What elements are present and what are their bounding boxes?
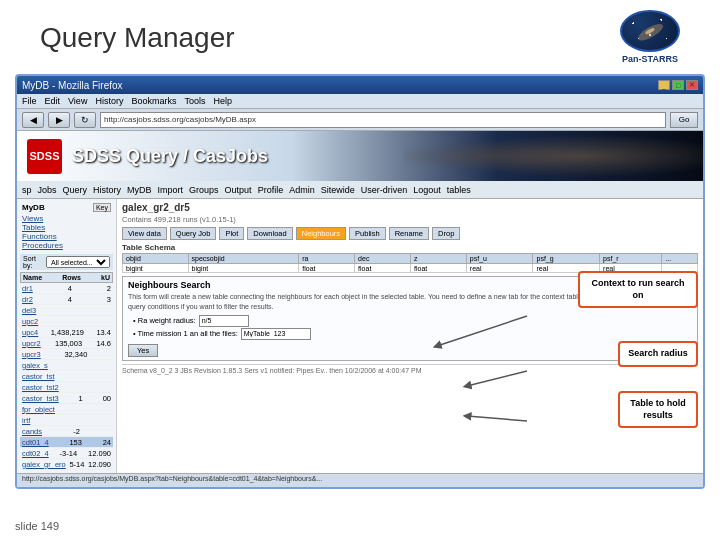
table-row[interactable]: galex_s [20,360,113,371]
submit-button[interactable]: Yes [128,344,158,357]
sdss-main-content: galex_gr2_dr5 Contains 499,218 runs (v1.… [117,199,703,487]
schema-cell: float [355,264,411,273]
table-row[interactable]: galex_gr_ero5-1412.090 [20,459,113,470]
publish-button[interactable]: Publish [349,227,386,240]
col-more: ... [662,254,698,264]
sdss-header: SDSS SDSS Query / CasJobs [17,131,703,181]
slide-header: Query Manager Pan-STARRS [0,0,720,70]
sidebar-mydb-label: MyDB [22,203,45,212]
menu-tools[interactable]: Tools [184,96,205,106]
table-row[interactable]: castor_tst2 [20,382,113,393]
sidebar-functions[interactable]: Functions [22,232,111,241]
view-data-button[interactable]: View data [122,227,167,240]
table-row-selected[interactable]: cdt01_415324 [20,437,113,448]
nav-mydb[interactable]: MyDB [127,185,152,195]
table-row[interactable]: del3 [20,305,113,316]
table-row[interactable]: upcr332,340 [20,349,113,360]
search-radius-callout: Search radius [618,341,698,367]
menu-edit[interactable]: Edit [45,96,61,106]
browser-window: MyDB - Mozilla Firefox _ □ ✕ File Edit V… [15,74,705,489]
browser-footer: http://casjobs.sdss.org/casjobs/MyDB.asp… [17,473,703,487]
back-button[interactable]: ◀ [22,112,44,128]
table-row[interactable]: cdt02_4-3-1412.090 [20,448,113,459]
nav-admin[interactable]: Admin [289,185,315,195]
browser-controls: _ □ ✕ [658,80,698,90]
schema-title: Table Schema [122,243,698,252]
neighbours-button[interactable]: Neighbours [296,227,346,240]
slide-number: slide 149 [15,520,59,532]
col-ra: ra [299,254,355,264]
close-button[interactable]: ✕ [686,80,698,90]
reload-button[interactable]: ↻ [74,112,96,128]
table-row[interactable]: dr243 [20,294,113,305]
browser-title: MyDB - Mozilla Firefox [22,80,123,91]
table-row[interactable]: cands-2 [20,426,113,437]
nav-profile[interactable]: Profile [258,185,284,195]
schema-footer: Schema v8_0_2 3 JBs Revision 1.85.3 Sers… [122,364,698,374]
maximize-button[interactable]: □ [672,80,684,90]
browser-toolbar: ◀ ▶ ↻ Go [17,109,703,131]
nav-tables[interactable]: tables [447,185,471,195]
col-psf-r: psf_r [600,254,662,264]
table-results-callout: Table to hold results [618,391,698,428]
nav-query[interactable]: Query [63,185,88,195]
menu-history[interactable]: History [95,96,123,106]
nav-groups[interactable]: Groups [189,185,219,195]
sdss-nav: sp Jobs Query History MyDB Import Groups… [17,181,703,199]
query-job-button[interactable]: Query Job [170,227,217,240]
nav-output[interactable]: Output [225,185,252,195]
sidebar-views[interactable]: Views [22,214,111,223]
forward-button[interactable]: ▶ [48,112,70,128]
col-psf-u: psf_u [466,254,533,264]
sdss-sidebar: MyDB Key Views Tables Functions Procedur… [17,199,117,487]
sidebar-procedures[interactable]: Procedures [22,241,111,250]
table-row[interactable]: upc41,438,21913.4 [20,327,113,338]
drop-button[interactable]: Drop [432,227,460,240]
download-button[interactable]: Download [247,227,292,240]
nav-logout[interactable]: Logout [413,185,441,195]
table-row[interactable]: castor_tst [20,371,113,382]
table-row[interactable]: castor_tst3100 [20,393,113,404]
menu-bookmarks[interactable]: Bookmarks [131,96,176,106]
nav-sp[interactable]: sp [22,185,32,195]
col-specobjid: specsobjid [188,254,299,264]
sdss-content: SDSS SDSS Query / CasJobs sp Jobs Query … [17,131,703,487]
plot-button[interactable]: Plot [219,227,244,240]
table-row[interactable]: upc2 [20,316,113,327]
browser-menubar: File Edit View History Bookmarks Tools H… [17,94,703,109]
menu-view[interactable]: View [68,96,87,106]
schema-cell: real [466,264,533,273]
url-bar[interactable] [100,112,666,128]
sidebar-tables[interactable]: Tables [22,223,111,232]
nav-history[interactable]: History [93,185,121,195]
table-row[interactable]: fpr_object [20,404,113,415]
sort-label: Sort by: [23,255,44,269]
galaxy-background [403,131,703,181]
col-ku: kU [101,274,110,281]
radius-input[interactable] [199,315,249,327]
schema-cell: float [410,264,466,273]
table-name-input[interactable] [241,328,311,340]
menu-file[interactable]: File [22,96,37,106]
schema-cell: float [299,264,355,273]
table-row[interactable]: irtf [20,415,113,426]
sort-bar: Sort by: All selected... [20,254,113,270]
radius-row: • Ra weight radius: [133,315,692,327]
rename-button[interactable]: Rename [389,227,429,240]
minimize-button[interactable]: _ [658,80,670,90]
menu-help[interactable]: Help [213,96,232,106]
db-name: galex_gr2_dr5 [122,202,698,213]
table-label: • Time mission 1 an all the files: [133,329,238,338]
go-button[interactable]: Go [670,112,698,128]
table-row[interactable]: upcr2135,00314.6 [20,338,113,349]
col-z: z [410,254,466,264]
sort-select[interactable]: All selected... [46,256,110,268]
nav-jobs[interactable]: Jobs [38,185,57,195]
nav-import[interactable]: Import [158,185,184,195]
nav-user-driven[interactable]: User-driven [361,185,408,195]
table-row[interactable]: dr142 [20,283,113,294]
sidebar-search-section: MyDB Key Views Tables Functions Procedur… [17,199,116,252]
page-title: Query Manager [40,22,235,54]
context-callout: Context to run search on [578,271,698,308]
nav-sitewide[interactable]: Sitewide [321,185,355,195]
